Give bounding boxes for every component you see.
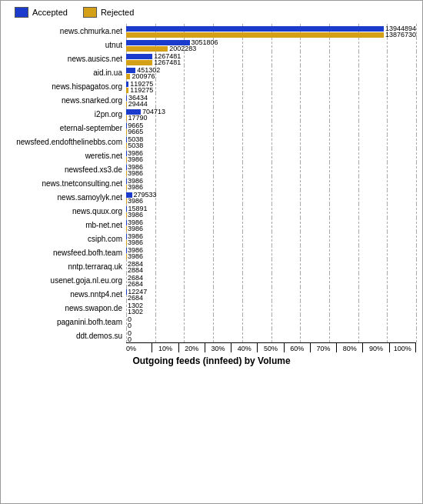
- x-tick: 60%: [284, 343, 310, 352]
- x-tick: 10%: [152, 343, 178, 352]
- legend: Accepted Rejected: [7, 7, 416, 18]
- table-row: weretis.net39863986: [7, 149, 416, 162]
- table-row: newsfeed.xs3.de39863986: [7, 162, 416, 176]
- x-tick: 20%: [178, 343, 205, 352]
- table-row: nntp.terraraq.uk28842884: [7, 259, 416, 273]
- row-bars: 451302200976: [126, 65, 416, 79]
- table-row: news.ausics.net12674811267481: [7, 52, 416, 65]
- row-label: nntp.terraraq.uk: [7, 262, 126, 271]
- row-label: mb-net.net: [7, 221, 126, 229]
- row-label: newsfeed.xs3.de: [7, 165, 126, 174]
- bar-rejected: [126, 60, 152, 65]
- bar-rejected-label: 3986: [128, 252, 143, 260]
- row-bars: 50385038: [126, 135, 416, 149]
- row-bars: 158913986: [126, 204, 416, 218]
- table-row: csiph.com39863986: [7, 232, 416, 245]
- legend-rejected: Rejected: [83, 7, 134, 18]
- table-row: utnut30518062002283: [7, 38, 416, 52]
- bar-rejected: [126, 32, 384, 38]
- table-row: news.hispagatos.org119275119275: [7, 79, 416, 93]
- bar-rejected-label: 1302: [128, 308, 143, 315]
- row-bars: 122472684: [126, 287, 416, 301]
- bar-rejected-label: 0: [128, 322, 132, 329]
- legend-rejected-label: Rejected: [101, 8, 134, 17]
- row-bars: 13021302: [126, 301, 416, 315]
- table-row: news.tnetconsulting.net39863986: [7, 176, 416, 190]
- chart-container: Accepted Rejected news.chmurka.net139448…: [0, 0, 423, 504]
- table-row: i2pn.org70471317790: [7, 107, 416, 121]
- bar-rejected: [126, 88, 128, 93]
- table-row: paganini.bofh.team00: [7, 315, 416, 329]
- row-label: newsfeed.bofh.team: [7, 249, 126, 257]
- row-bars: 1394489413876730: [126, 24, 416, 38]
- bar-rejected-label: 2684: [128, 294, 143, 302]
- bar-rejected-label: 3986: [128, 183, 143, 191]
- x-tick: 80%: [336, 343, 362, 352]
- bar-rejected-label: 5038: [128, 142, 143, 149]
- bar-rejected-label: 1267481: [154, 58, 181, 66]
- row-bars: 39863986: [126, 162, 416, 176]
- row-bars: 26842684: [126, 273, 416, 287]
- row-label: usenet.goja.nl.eu.org: [7, 276, 126, 285]
- bar-rejected-label: 0: [128, 335, 132, 343]
- chart-rows: news.chmurka.net1394489413876730utnut305…: [7, 24, 416, 342]
- bar-rejected: [126, 102, 127, 107]
- bar-rejected-label: 3986: [128, 169, 143, 177]
- table-row: newsfeed.bofh.team39863986: [7, 245, 416, 259]
- x-tick: 40%: [231, 343, 257, 352]
- row-bars: 96659665: [126, 121, 416, 135]
- table-row: news.snarked.org3643429444: [7, 93, 416, 107]
- chart-title: Outgoing feeds (innfeed) by Volume: [7, 355, 416, 366]
- x-tick: 50%: [257, 343, 283, 352]
- row-label: news.swapon.de: [7, 304, 126, 312]
- bar-rejected-label: 9665: [128, 128, 143, 135]
- table-row: mb-net.net39863986: [7, 218, 416, 232]
- table-row: eternal-september96659665: [7, 121, 416, 135]
- table-row: news.swapon.de13021302: [7, 301, 416, 315]
- table-row: ddt.demos.su00: [7, 329, 416, 342]
- bar-rejected-label: 17790: [128, 114, 147, 122]
- bar-rejected-label: 29444: [128, 100, 148, 108]
- table-row: news.nntp4.net122472684: [7, 287, 416, 301]
- bar-rejected-label: 2002283: [169, 45, 196, 52]
- row-bars: 3643429444: [126, 93, 416, 107]
- row-bars: 00: [126, 329, 416, 342]
- x-axis: 0%10%20%30%40%50%60%70%80%90%100%: [126, 342, 416, 352]
- table-row: aid.in.ua451302200976: [7, 65, 416, 79]
- table-row: newsfeed.endofthelinebbs.com50385038: [7, 135, 416, 149]
- bar-rejected-label: 119275: [130, 86, 153, 94]
- bar-rejected-label: 13876730: [385, 31, 416, 38]
- bar-rejected-label: 3986: [128, 211, 143, 219]
- table-row: news.quux.org158913986: [7, 204, 416, 218]
- bar-rejected-label: 3986: [128, 155, 143, 163]
- legend-accepted-box: [15, 7, 28, 18]
- x-tick: 30%: [205, 343, 231, 352]
- row-label: news.samoylyk.net: [7, 193, 126, 202]
- row-label: news.tnetconsulting.net: [7, 179, 126, 188]
- row-bars: 2795333986: [126, 190, 416, 204]
- x-tick: 100%: [389, 343, 416, 352]
- row-label: news.snarked.org: [7, 96, 126, 105]
- row-bars: 39863986: [126, 149, 416, 162]
- bar-rejected: [126, 46, 168, 52]
- row-bars: 39863986: [126, 218, 416, 232]
- row-label: news.nntp4.net: [7, 290, 126, 299]
- bar-rejected-label: 3986: [128, 197, 143, 205]
- row-bars: 12674811267481: [126, 52, 416, 65]
- row-label: newsfeed.endofthelinebbs.com: [7, 138, 126, 146]
- row-bars: 39863986: [126, 232, 416, 245]
- row-label: i2pn.org: [7, 110, 126, 118]
- bar-rejected: [126, 74, 130, 79]
- row-label: aid.in.ua: [7, 68, 126, 77]
- row-bars: 119275119275: [126, 79, 416, 93]
- row-bars: 28842884: [126, 259, 416, 273]
- row-label: news.chmurka.net: [7, 27, 126, 35]
- table-row: usenet.goja.nl.eu.org26842684: [7, 273, 416, 287]
- row-label: utnut: [7, 41, 126, 49]
- row-label: ddt.demos.su: [7, 332, 126, 340]
- legend-accepted: Accepted: [15, 7, 68, 18]
- row-label: news.ausics.net: [7, 55, 126, 63]
- row-label: news.quux.org: [7, 207, 126, 215]
- row-bars: 39863986: [126, 245, 416, 259]
- row-label: weretis.net: [7, 152, 126, 160]
